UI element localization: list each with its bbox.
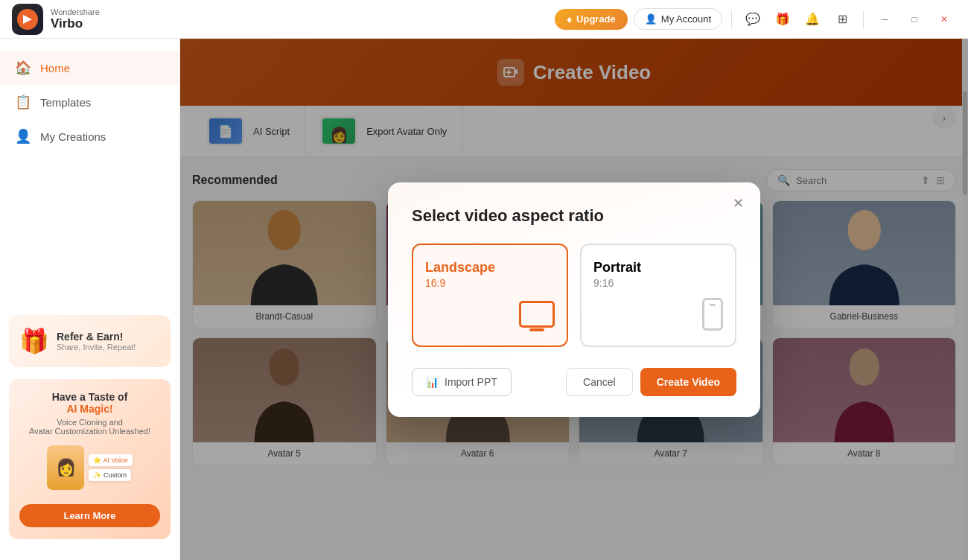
import-ppt-button[interactable]: 📊 Import PPT bbox=[412, 368, 512, 396]
app-logo-text: Wondershare Virbo bbox=[51, 7, 100, 31]
grid-icon-button[interactable]: ⊞ bbox=[830, 7, 854, 31]
app-logo-icon bbox=[12, 4, 43, 35]
sidebar: 🏠 Home 📋 Templates 👤 My Creations 🎁 Refe… bbox=[0, 39, 180, 560]
sidebar-item-home-label: Home bbox=[40, 62, 70, 74]
sidebar-item-my-creations[interactable]: 👤 My Creations bbox=[0, 119, 179, 153]
ai-magic-highlight: AI Magic! bbox=[19, 403, 160, 415]
landscape-option[interactable]: Landscape 16:9 bbox=[412, 244, 568, 347]
aspect-ratio-modal: ✕ Select video aspect ratio Landscape 16… bbox=[388, 182, 760, 417]
landscape-title: Landscape bbox=[425, 260, 495, 276]
chat-icon-button[interactable]: 💬 bbox=[741, 7, 765, 31]
minimize-button[interactable]: ─ bbox=[873, 7, 897, 31]
modal-title: Select video aspect ratio bbox=[412, 206, 736, 226]
portrait-text: Portrait 9:16 bbox=[593, 260, 641, 289]
brand-name: Virbo bbox=[51, 16, 100, 31]
portrait-ratio: 9:16 bbox=[593, 277, 641, 289]
cancel-button[interactable]: Cancel bbox=[566, 368, 633, 396]
bell-icon-button[interactable]: 🔔 bbox=[800, 7, 824, 31]
user-icon: 👤 bbox=[645, 13, 657, 25]
modal-footer: 📊 Import PPT Cancel Create Video bbox=[412, 368, 736, 396]
landscape-icon bbox=[519, 301, 555, 328]
titlebar-divider bbox=[731, 10, 732, 28]
crown-icon: ♦ bbox=[567, 13, 572, 25]
modal-overlay[interactable]: ✕ Select video aspect ratio Landscape 16… bbox=[180, 39, 968, 560]
titlebar: Wondershare Virbo ♦ Upgrade 👤 My Account… bbox=[0, 0, 968, 39]
titlebar-actions: ♦ Upgrade 👤 My Account 💬 🎁 🔔 ⊞ ─ □ ✕ bbox=[555, 7, 956, 31]
upgrade-button[interactable]: ♦ Upgrade bbox=[555, 9, 628, 30]
templates-icon: 📋 bbox=[15, 94, 31, 110]
gift-icon-button[interactable]: 🎁 bbox=[771, 7, 795, 31]
portrait-title: Portrait bbox=[593, 260, 641, 276]
sidebar-nav: 🏠 Home 📋 Templates 👤 My Creations bbox=[0, 51, 179, 309]
modal-close-button[interactable]: ✕ bbox=[727, 193, 748, 214]
sidebar-item-templates[interactable]: 📋 Templates bbox=[0, 85, 179, 119]
home-icon: 🏠 bbox=[15, 60, 31, 76]
ai-magic-banner: Have a Taste of AI Magic! Voice Cloning … bbox=[9, 379, 171, 539]
portrait-card-header: Portrait 9:16 bbox=[593, 260, 723, 289]
main-layout: 🏠 Home 📋 Templates 👤 My Creations 🎁 Refe… bbox=[0, 39, 968, 560]
learn-more-button[interactable]: Learn More bbox=[19, 504, 160, 527]
my-account-button[interactable]: 👤 My Account bbox=[634, 8, 722, 30]
landscape-ratio: 16:9 bbox=[425, 277, 495, 289]
maximize-button[interactable]: □ bbox=[902, 7, 926, 31]
landscape-text: Landscape 16:9 bbox=[425, 260, 495, 289]
ppt-icon: 📊 bbox=[426, 376, 439, 388]
sidebar-item-home[interactable]: 🏠 Home bbox=[0, 51, 179, 85]
refer-text: Refer & Earn! Share, Invite, Repeat! bbox=[57, 331, 136, 351]
close-button[interactable]: ✕ bbox=[932, 7, 956, 31]
sidebar-item-templates-label: Templates bbox=[40, 96, 91, 109]
create-video-modal-button[interactable]: Create Video bbox=[640, 368, 736, 396]
ai-magic-title: Have a Taste of bbox=[19, 391, 160, 403]
brand-top: Wondershare bbox=[51, 7, 100, 16]
modal-actions: Cancel Create Video bbox=[566, 368, 736, 396]
titlebar-divider-2 bbox=[863, 10, 864, 28]
ai-magic-subtitle: Voice Cloning andAvatar Customization Un… bbox=[19, 418, 160, 436]
landscape-card-header: Landscape 16:9 bbox=[425, 260, 555, 289]
landscape-icon-area bbox=[425, 301, 555, 328]
portrait-icon-area bbox=[593, 298, 723, 331]
refer-subtitle: Share, Invite, Repeat! bbox=[57, 343, 136, 351]
main-content: Create Video 📄 AI Script 👩 Export Avatar bbox=[180, 39, 968, 560]
ai-magic-illustration: 👩 ⭐ AI Voice ✨ Custom bbox=[19, 442, 160, 494]
refer-title: Refer & Earn! bbox=[57, 331, 136, 343]
portrait-option[interactable]: Portrait 9:16 bbox=[580, 244, 736, 347]
app-logo: Wondershare Virbo bbox=[12, 4, 100, 35]
portrait-icon bbox=[702, 298, 723, 331]
sidebar-item-my-creations-label: My Creations bbox=[40, 130, 106, 143]
refer-icon: 🎁 bbox=[19, 327, 49, 355]
my-creations-icon: 👤 bbox=[15, 128, 31, 144]
refer-earn-banner[interactable]: 🎁 Refer & Earn! Share, Invite, Repeat! bbox=[9, 315, 171, 367]
aspect-options: Landscape 16:9 Portrait bbox=[412, 244, 736, 347]
